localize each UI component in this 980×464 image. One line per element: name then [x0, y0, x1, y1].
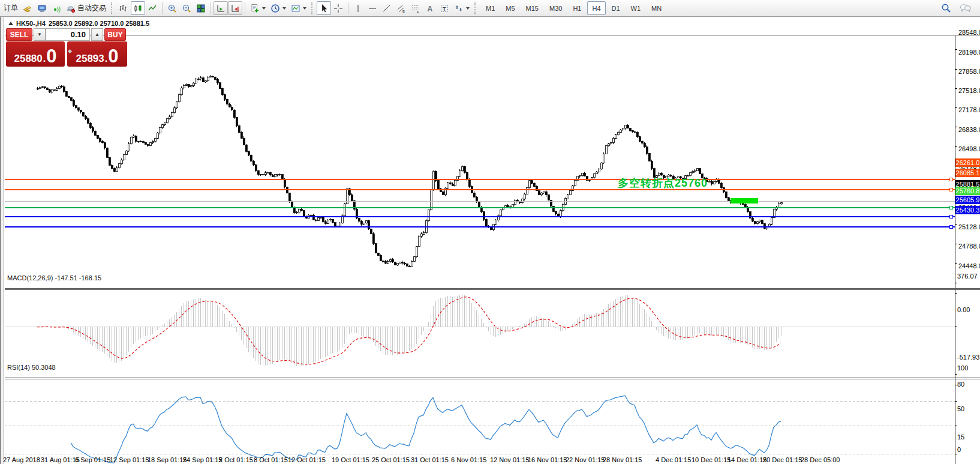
- horizontal-line-icon: [368, 4, 377, 13]
- equidistant-channel-icon: E: [396, 4, 406, 13]
- price-line-label-support[interactable]: 25430.3: [955, 206, 980, 214]
- rsi-layer: [5, 385, 957, 464]
- gold-bars-button[interactable]: [20, 1, 35, 15]
- timeframe-m30[interactable]: M30: [545, 1, 567, 15]
- signal-icon: [52, 4, 61, 13]
- caret-down-icon: [262, 7, 266, 10]
- vertical-line-button[interactable]: [351, 1, 365, 15]
- autotrade-button[interactable]: 自动交易: [64, 1, 109, 15]
- candlestick-chart-button[interactable]: [131, 1, 145, 15]
- buy-price-dot: .: [105, 53, 107, 65]
- terminal-button[interactable]: [35, 1, 49, 15]
- search-button[interactable]: [939, 1, 954, 15]
- timeframe-m1[interactable]: M1: [481, 1, 500, 15]
- zoom-out-button[interactable]: [179, 1, 194, 15]
- price-line-label-support[interactable]: 25605.9: [955, 196, 980, 204]
- bar-chart-icon: [119, 4, 128, 13]
- toolbar-drag-handle: [111, 2, 114, 14]
- sell-price-dec: 0: [46, 47, 56, 65]
- volume-input[interactable]: 0.10: [46, 28, 90, 41]
- horizontal-line-button[interactable]: [365, 1, 380, 15]
- new-order-dropdown[interactable]: [248, 1, 268, 15]
- chat-button[interactable]: [957, 1, 974, 15]
- arrows-icon: [454, 4, 464, 13]
- timeframe-h1[interactable]: H1: [568, 1, 586, 15]
- candlestick-chart-icon: [133, 4, 143, 13]
- toolbar-separator: [245, 2, 245, 14]
- sell-price-dot: .: [43, 53, 46, 65]
- candles-layer: [37, 75, 782, 267]
- chart-canvas[interactable]: [0, 17, 980, 464]
- buy-button[interactable]: BUY: [104, 28, 126, 41]
- zoom-in-icon: [167, 4, 177, 13]
- bar-chart-button[interactable]: [116, 1, 131, 15]
- shift-chart-button[interactable]: [214, 1, 228, 15]
- toolbar-separator: [348, 2, 348, 14]
- svg-text:F: F: [417, 10, 419, 13]
- new-order-doc-icon: [250, 4, 260, 13]
- caret-down-icon: [466, 7, 470, 10]
- volume-decrease-button[interactable]: ▼: [34, 28, 46, 41]
- new-order-button[interactable]: 订单: [1, 1, 20, 15]
- line-handle: [949, 178, 952, 181]
- line-handle: [949, 215, 952, 218]
- svg-text:T: T: [443, 5, 446, 11]
- trendline-icon: [382, 4, 392, 13]
- shift-chart-icon: [216, 4, 226, 13]
- zoom-in-button[interactable]: [165, 1, 179, 15]
- timeframe-d1[interactable]: D1: [607, 1, 625, 15]
- auto-scroll-button[interactable]: [228, 1, 242, 15]
- price-line-label-resistance[interactable]: 26085.1: [955, 169, 980, 177]
- equidistant-channel-button[interactable]: E: [394, 1, 408, 15]
- cursor-button[interactable]: [317, 1, 331, 15]
- zoom-out-icon: [182, 4, 191, 13]
- period-clock-dropdown[interactable]: [268, 1, 288, 15]
- indicators-icon: [291, 4, 300, 13]
- terminal-icon: [37, 4, 47, 13]
- crosshair-icon: [333, 4, 343, 13]
- timeframe-h4[interactable]: H4: [587, 1, 605, 15]
- tile-windows-button[interactable]: [194, 1, 208, 15]
- tile-windows-icon: [196, 4, 206, 13]
- arrows-dropdown[interactable]: [452, 1, 472, 15]
- autotrade-hat-icon: [66, 4, 76, 13]
- chart-window[interactable]: [0, 17, 980, 464]
- timeframe-m5[interactable]: M5: [501, 1, 519, 15]
- toolbar-separator: [162, 2, 163, 14]
- line-chart-button[interactable]: [145, 1, 160, 15]
- buy-price-box[interactable]: 25893.0: [67, 41, 127, 67]
- macd-layer: [5, 293, 957, 374]
- sell-price-box[interactable]: 25880.0: [6, 41, 65, 67]
- timeframe-w1[interactable]: W1: [626, 1, 646, 15]
- svg-text:A: A: [428, 4, 433, 13]
- indicators-dropdown[interactable]: [288, 1, 309, 15]
- volume-increase-button[interactable]: ▲: [91, 28, 103, 41]
- fibonacci-button[interactable]: F: [408, 1, 423, 15]
- signal-button[interactable]: [49, 1, 64, 15]
- timeframe-mn[interactable]: MN: [647, 1, 666, 15]
- toolbar-drag-handle: [474, 2, 477, 14]
- toolbar-separator: [211, 2, 211, 14]
- line-chart-icon: [148, 4, 157, 13]
- sell-button[interactable]: SELL: [6, 28, 32, 41]
- trendline-button[interactable]: [380, 1, 394, 15]
- pivot-annotation-text[interactable]: 多空转折点25760: [618, 176, 708, 190]
- caret-down-icon: [303, 7, 306, 10]
- toolbar-right: [939, 1, 979, 15]
- timeframe-group: M1M5M15M30H1H4D1W1MN: [481, 1, 666, 15]
- chat-icon: [960, 3, 972, 13]
- price-line-label-pivot[interactable]: 25760.8: [955, 187, 980, 195]
- new-order-label: 订单: [4, 3, 18, 13]
- fibonacci-icon: F: [411, 4, 420, 13]
- price-line-label-resistance[interactable]: 26261.0: [955, 158, 980, 167]
- auto-scroll-icon: [230, 4, 240, 13]
- rsi-line: [71, 396, 781, 463]
- pane-frames: [5, 35, 980, 464]
- text-button[interactable]: A: [423, 1, 437, 15]
- gold-bars-icon: [23, 4, 32, 13]
- crosshair-button[interactable]: [331, 1, 345, 15]
- timeframe-m15[interactable]: M15: [521, 1, 543, 15]
- pivot-highlight-bar[interactable]: [731, 198, 758, 203]
- text-label-button[interactable]: T: [437, 1, 452, 15]
- caret-down-icon: [282, 7, 286, 10]
